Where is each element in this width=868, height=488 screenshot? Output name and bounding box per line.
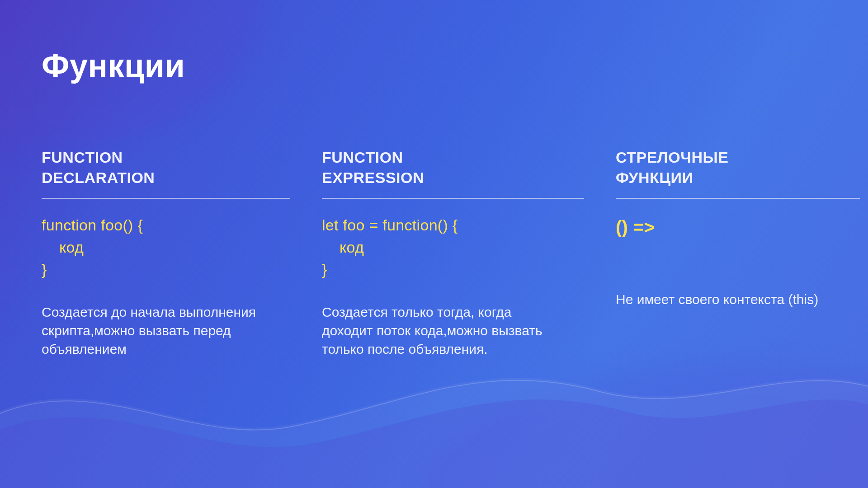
column-function-declaration: FUNCTION DECLARATION function foo() { ко… (42, 147, 322, 359)
slide-title: Функции (42, 47, 826, 84)
column-heading: FUNCTION EXPRESSION (322, 147, 584, 199)
column-arrow-functions: СТРЕЛОЧНЫЕ ФУНКЦИИ () => Не имеет своего… (616, 147, 860, 359)
code-snippet: function foo() { код } (42, 214, 290, 281)
code-snippet: let foo = function() { код } (322, 214, 584, 281)
code-snippet: () => (616, 214, 860, 240)
slide-content: Функции FUNCTION DECLARATION function fo… (0, 0, 868, 488)
columns-row: FUNCTION DECLARATION function foo() { ко… (42, 147, 826, 359)
column-description: Не имеет своего контекста (this) (616, 290, 851, 309)
column-heading: FUNCTION DECLARATION (42, 147, 290, 199)
column-function-expression: FUNCTION EXPRESSION let foo = function()… (322, 147, 616, 359)
column-heading: СТРЕЛОЧНЫЕ ФУНКЦИИ (616, 147, 860, 199)
column-description: Создается только тогда, когда доходит по… (322, 303, 557, 359)
column-description: Создается до начала выполнения скрипта,м… (42, 303, 277, 359)
